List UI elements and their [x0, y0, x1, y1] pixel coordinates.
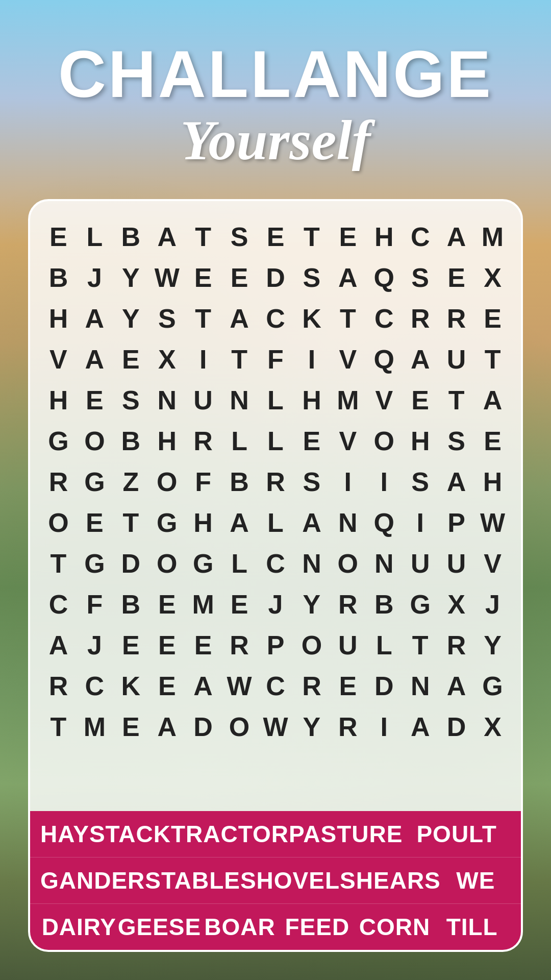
- grid-cell: E: [402, 380, 438, 421]
- grid-cell: L: [258, 502, 294, 543]
- grid-cell: X: [474, 706, 511, 747]
- grid-cell: S: [293, 461, 330, 502]
- words-row-2: GANDERSTABLESHOVELSHEARSWE: [30, 857, 521, 904]
- grid-cell: C: [258, 543, 294, 584]
- grid-cell: O: [330, 543, 366, 584]
- grid-cell: I: [366, 461, 402, 502]
- grid-cell: T: [185, 216, 221, 257]
- grid-area: ELBATSETEHCAMBJYWEEDSAQSEXHAYSTACKTCRREV…: [30, 201, 521, 811]
- grid-cell: E: [149, 666, 185, 706]
- grid-cell: Y: [293, 706, 330, 747]
- words-banner: HAYSTACKTRACTORPASTUREPOULT GANDERSTABLE…: [30, 811, 521, 950]
- grid-cell: R: [185, 421, 221, 461]
- grid-cell: T: [438, 380, 474, 421]
- grid-cell: Q: [366, 339, 402, 380]
- grid-cell: H: [149, 421, 185, 461]
- grid-cell: E: [258, 216, 294, 257]
- word-item: STABLE: [145, 867, 240, 894]
- word-item: SHEARS: [340, 867, 441, 894]
- grid-cell: E: [221, 584, 258, 625]
- grid-cell: A: [77, 339, 113, 380]
- grid-cell: O: [40, 502, 77, 543]
- grid-cell: D: [113, 543, 149, 584]
- grid-cell: S: [293, 257, 330, 298]
- grid-cell: L: [77, 216, 113, 257]
- grid-cell: G: [185, 543, 221, 584]
- grid-cell: E: [40, 216, 77, 257]
- grid-cell: D: [438, 706, 474, 747]
- grid-cell: E: [474, 298, 511, 339]
- grid-cell: U: [438, 339, 474, 380]
- word-grid: ELBATSETEHCAMBJYWEEDSAQSEXHAYSTACKTCRREV…: [40, 216, 511, 747]
- word-item: BOAR: [201, 913, 279, 941]
- grid-cell: B: [366, 584, 402, 625]
- grid-cell: G: [40, 421, 77, 461]
- grid-cell: S: [149, 298, 185, 339]
- grid-cell: N: [402, 666, 438, 706]
- grid-cell: A: [474, 380, 511, 421]
- grid-cell: V: [330, 421, 366, 461]
- grid-cell: I: [366, 706, 402, 747]
- grid-cell: B: [113, 216, 149, 257]
- grid-cell: D: [258, 257, 294, 298]
- grid-cell: H: [293, 380, 330, 421]
- word-item: DAIRY: [40, 913, 118, 941]
- grid-cell: G: [474, 666, 511, 706]
- grid-cell: E: [77, 380, 113, 421]
- grid-cell: A: [149, 216, 185, 257]
- grid-cell: B: [40, 257, 77, 298]
- grid-cell: R: [402, 298, 438, 339]
- grid-cell: J: [258, 584, 294, 625]
- grid-cell: I: [185, 339, 221, 380]
- grid-cell: C: [77, 666, 113, 706]
- grid-cell: A: [40, 625, 77, 666]
- grid-cell: H: [40, 298, 77, 339]
- grid-cell: A: [402, 706, 438, 747]
- grid-cell: N: [221, 380, 258, 421]
- grid-cell: N: [149, 380, 185, 421]
- word-item: TRACTOR: [171, 820, 289, 848]
- grid-cell: A: [77, 298, 113, 339]
- grid-cell: T: [113, 502, 149, 543]
- grid-cell: Y: [293, 584, 330, 625]
- grid-cell: R: [40, 666, 77, 706]
- grid-cell: E: [185, 257, 221, 298]
- grid-cell: B: [113, 584, 149, 625]
- grid-cell: M: [77, 706, 113, 747]
- grid-cell: E: [185, 625, 221, 666]
- grid-cell: D: [366, 666, 402, 706]
- grid-cell: A: [293, 502, 330, 543]
- grid-cell: E: [113, 339, 149, 380]
- title-line1: CHALLANGE: [0, 41, 551, 107]
- grid-cell: K: [293, 298, 330, 339]
- grid-cell: Y: [474, 625, 511, 666]
- grid-cell: S: [438, 421, 474, 461]
- grid-cell: U: [438, 543, 474, 584]
- grid-cell: O: [221, 706, 258, 747]
- grid-cell: G: [402, 584, 438, 625]
- word-item: FEED: [279, 913, 356, 941]
- word-item: TILL: [433, 913, 511, 941]
- grid-cell: H: [185, 502, 221, 543]
- grid-cell: K: [113, 666, 149, 706]
- grid-cell: H: [366, 216, 402, 257]
- grid-cell: W: [258, 706, 294, 747]
- grid-cell: E: [293, 421, 330, 461]
- grid-cell: I: [402, 502, 438, 543]
- grid-cell: S: [221, 216, 258, 257]
- grid-cell: A: [330, 257, 366, 298]
- grid-cell: A: [149, 706, 185, 747]
- grid-cell: C: [258, 298, 294, 339]
- grid-cell: T: [330, 298, 366, 339]
- grid-cell: T: [221, 339, 258, 380]
- word-item: GEESE: [118, 913, 202, 941]
- grid-cell: Z: [113, 461, 149, 502]
- grid-cell: G: [77, 543, 113, 584]
- grid-cell: O: [149, 461, 185, 502]
- grid-cell: U: [402, 543, 438, 584]
- grid-cell: T: [40, 706, 77, 747]
- words-row-1: HAYSTACKTRACTORPASTUREPOULT: [30, 811, 521, 857]
- word-item: SHOVEL: [240, 867, 340, 894]
- grid-cell: E: [113, 625, 149, 666]
- grid-cell: T: [185, 298, 221, 339]
